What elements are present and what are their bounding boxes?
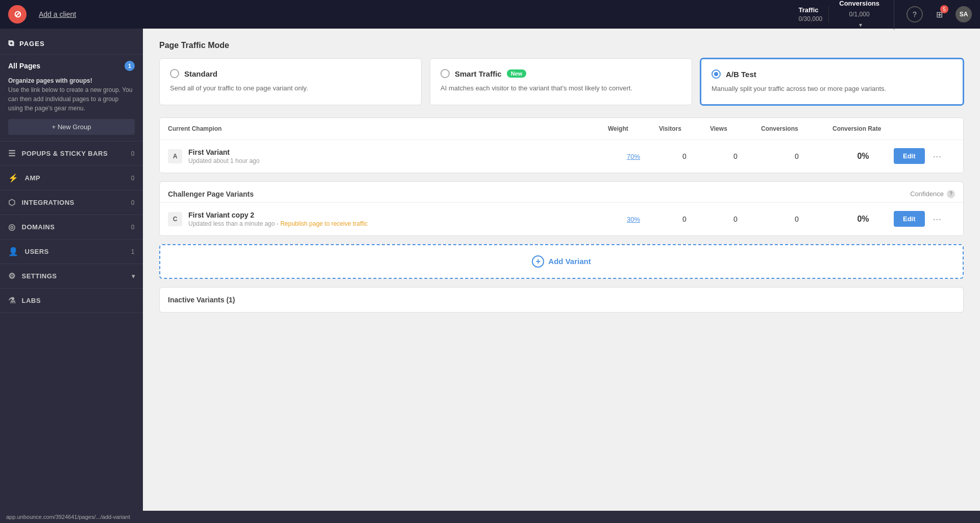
traffic-stat: Traffic 0/30,000 (793, 6, 829, 23)
challenger-updated: Updated less than a minute ago - Republi… (188, 220, 368, 227)
traffic-nav-group: Traffic 0/30,000 Conversions 0/1,000 ▾ (793, 0, 894, 30)
champion-rate-value: 0% (857, 152, 869, 160)
conversion-rate-header: Conversion Rate (832, 125, 894, 132)
inactive-variants-header[interactable]: Inactive Variants (1) (159, 287, 964, 313)
champion-views: 0 (710, 152, 761, 160)
challenger-table-row: C First Variant copy 2 Updated less than… (160, 203, 963, 235)
ab-radio[interactable] (712, 69, 721, 79)
visitors-header: Visitors (659, 125, 710, 132)
sidebar-item-integrations[interactable]: ⬡ INTEGRATIONS 0 (0, 191, 143, 215)
settings-icon: ⚙ (8, 271, 16, 281)
traffic-label: Traffic (799, 6, 819, 15)
ab-test-traffic-card[interactable]: A/B Test Manually split your traffic acr… (700, 58, 964, 105)
sidebar-item-amp[interactable]: ⚡ AMP 0 (0, 166, 143, 191)
add-client-link[interactable]: Add a client (39, 10, 76, 18)
challenger-edit-button[interactable]: Edit (894, 211, 925, 227)
sidebar-item-users[interactable]: 👤 USERS 1 (0, 240, 143, 264)
champion-name: First Variant (188, 148, 259, 156)
champion-badge: A (168, 149, 182, 163)
champion-actions: Edit ··· (894, 148, 955, 164)
challenger-more-button[interactable]: ··· (929, 211, 946, 227)
all-pages-label[interactable]: All Pages (8, 62, 40, 70)
sidebar: ⧉ PAGES All Pages 1 Organize pages with … (0, 29, 143, 511)
champion-weight-link[interactable]: 70% (627, 153, 640, 160)
ab-card-header: A/B Test (712, 69, 952, 79)
challenger-conversion-rate: 0% (832, 215, 894, 224)
sidebar-item-labs[interactable]: ⚗ LABS (0, 289, 143, 313)
conversions-header: Conversions (761, 125, 832, 132)
traffic-mode-cards: Standard Send all of your traffic to one… (159, 58, 964, 105)
champion-header-label: Current Champion (168, 125, 608, 132)
nav-icons: ? ⊞ 5 SA (906, 6, 972, 22)
dropdown-arrow-icon[interactable]: ▾ (859, 21, 862, 30)
sidebar-item-settings-label: SETTINGS (22, 272, 57, 280)
main-content: Page Traffic Mode Standard Send all of y… (143, 29, 980, 511)
pages-icon: ⧉ (8, 39, 14, 48)
amp-count: 0 (131, 175, 135, 182)
standard-radio[interactable] (170, 69, 179, 78)
organize-desc: Use the link below to create a new group… (8, 86, 133, 112)
all-pages-row: All Pages 1 (8, 61, 135, 71)
republish-link[interactable]: Republish page to receive traffic (280, 220, 368, 227)
add-variant-button[interactable]: + Add Variant (532, 255, 591, 268)
smart-card-header: Smart Traffic New (440, 69, 681, 78)
challenger-badge: C (168, 212, 182, 226)
organize-description: Organize pages with groups! Use the link… (8, 76, 135, 113)
standard-traffic-card[interactable]: Standard Send all of your traffic to one… (159, 58, 422, 105)
champion-table: Current Champion Weight Visitors Views C… (159, 117, 964, 173)
champion-more-button[interactable]: ··· (929, 148, 946, 164)
conversions-label: Conversions (839, 0, 879, 7)
champion-weight: 70% (608, 152, 659, 160)
challenger-actions: Edit ··· (894, 211, 955, 227)
help-button[interactable]: ? (906, 6, 923, 22)
challenger-visitors: 0 (659, 215, 710, 223)
add-variant-label: Add Variant (548, 257, 591, 266)
sidebar-item-amp-label: AMP (25, 174, 40, 182)
apps-button[interactable]: ⊞ 5 (931, 6, 947, 22)
sidebar-item-popups[interactable]: ☰ POPUPS & STICKY BARS 0 (0, 141, 143, 166)
challenger-name: First Variant copy 2 (188, 211, 368, 219)
status-url: app.unbounce.com/3924641/pages/.../add-v… (6, 514, 130, 520)
sidebar-pages-label: PAGES (19, 40, 45, 47)
challenger-table: Challenger Page Variants Confidence ? C … (159, 181, 964, 236)
standard-card-title: Standard (184, 69, 217, 78)
smart-radio[interactable] (440, 69, 450, 78)
champion-conversion-rate: 0% (832, 152, 894, 161)
sidebar-item-labs-label: LABS (22, 297, 41, 304)
challenger-title: Challenger Page Variants (168, 190, 254, 198)
status-bar: app.unbounce.com/3924641/pages/.../add-v… (0, 511, 980, 523)
domains-icon: ◎ (8, 222, 16, 232)
all-pages-badge: 1 (125, 61, 135, 71)
notification-badge: 5 (940, 5, 948, 13)
app-logo[interactable]: ⊘ (8, 5, 27, 23)
champion-details: First Variant Updated about 1 hour ago (188, 148, 259, 164)
champion-edit-button[interactable]: Edit (894, 148, 925, 164)
popups-count: 0 (131, 150, 135, 157)
sidebar-item-settings[interactable]: ⚙ SETTINGS ▾ (0, 264, 143, 289)
standard-card-desc: Send all of your traffic to one page var… (170, 83, 411, 93)
sidebar-item-popups-label: POPUPS & STICKY BARS (22, 150, 108, 157)
sidebar-pages-section: All Pages 1 Organize pages with groups! … (0, 55, 143, 141)
smart-traffic-card[interactable]: Smart Traffic New AI matches each visito… (430, 58, 692, 105)
conversions-value: 0/1,000 (849, 11, 870, 18)
sidebar-item-domains[interactable]: ◎ DOMAINS 0 (0, 215, 143, 240)
add-variant-container[interactable]: + Add Variant (159, 244, 964, 279)
champion-updated: Updated about 1 hour ago (188, 157, 259, 164)
confidence-info-icon[interactable]: ? (947, 190, 955, 198)
user-avatar[interactable]: SA (955, 6, 972, 22)
challenger-views: 0 (710, 215, 761, 223)
confidence-text: Confidence (910, 190, 944, 198)
popups-icon: ☰ (8, 149, 16, 158)
organize-title: Organize pages with groups! (8, 77, 92, 84)
users-count: 1 (131, 248, 135, 255)
new-badge: New (507, 69, 527, 78)
new-group-button[interactable]: + New Group (8, 119, 135, 135)
standard-card-header: Standard (170, 69, 411, 78)
champion-variant-info: A First Variant Updated about 1 hour ago (168, 148, 608, 164)
smart-card-desc: AI matches each visitor to the variant t… (440, 83, 681, 93)
challenger-details: First Variant copy 2 Updated less than a… (188, 211, 368, 227)
sidebar-item-integrations-label: INTEGRATIONS (22, 199, 75, 206)
domains-count: 0 (131, 224, 135, 231)
users-icon: 👤 (8, 247, 19, 256)
challenger-weight-link[interactable]: 30% (627, 216, 640, 223)
